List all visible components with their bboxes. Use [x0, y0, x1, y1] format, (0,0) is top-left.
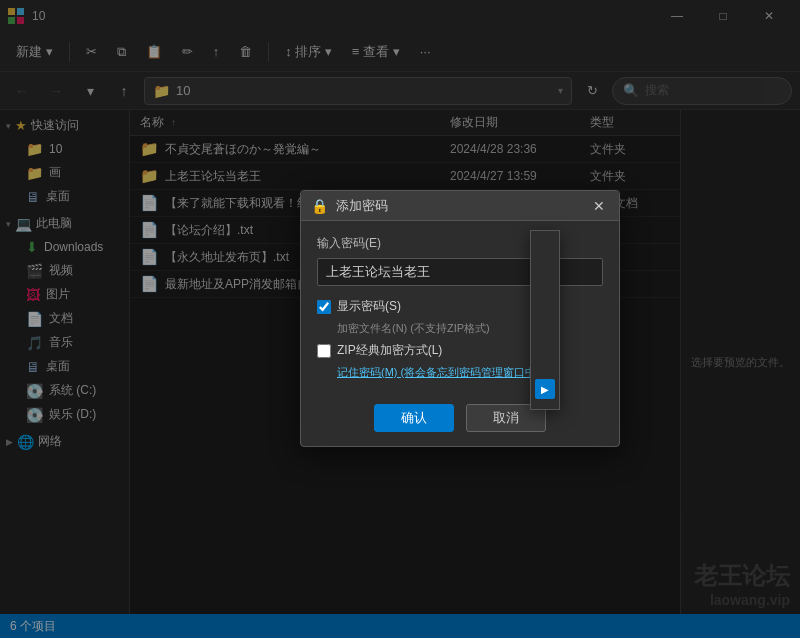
dialog-title-text: 添加密码	[336, 197, 589, 215]
side-panel: ▶	[530, 230, 560, 410]
modal-overlay[interactable]: 🔒 添加密码 ✕ 输入密码(E) 显示密码(S) 加密文件名(N) (不支持ZI…	[0, 0, 800, 638]
encrypt-name-label: 加密文件名(N) (不支持ZIP格式)	[337, 321, 603, 336]
dialog-title-bar: 🔒 添加密码 ✕	[301, 191, 619, 221]
dialog-close-button[interactable]: ✕	[589, 196, 609, 216]
side-panel-button[interactable]: ▶	[535, 379, 555, 399]
show-password-checkbox[interactable]	[317, 300, 331, 314]
confirm-button[interactable]: 确认	[374, 404, 454, 432]
dialog-footer: 确认 取消	[301, 394, 619, 446]
remember-password-link[interactable]: 记住密码(M) (将会备忘到密码管理窗口中)	[337, 365, 603, 380]
dialog-title-icon: 🔒	[311, 198, 328, 214]
zip-encrypt-checkbox[interactable]	[317, 344, 331, 358]
zip-encrypt-row: ZIP经典加密方式(L)	[317, 342, 603, 359]
password-input[interactable]	[317, 258, 603, 286]
zip-encrypt-label: ZIP经典加密方式(L)	[337, 342, 442, 359]
show-password-row: 显示密码(S)	[317, 298, 603, 315]
show-password-label: 显示密码(S)	[337, 298, 401, 315]
password-label: 输入密码(E)	[317, 235, 603, 252]
dialog-body: 输入密码(E) 显示密码(S) 加密文件名(N) (不支持ZIP格式) ZIP经…	[301, 221, 619, 394]
add-password-dialog: 🔒 添加密码 ✕ 输入密码(E) 显示密码(S) 加密文件名(N) (不支持ZI…	[300, 190, 620, 447]
